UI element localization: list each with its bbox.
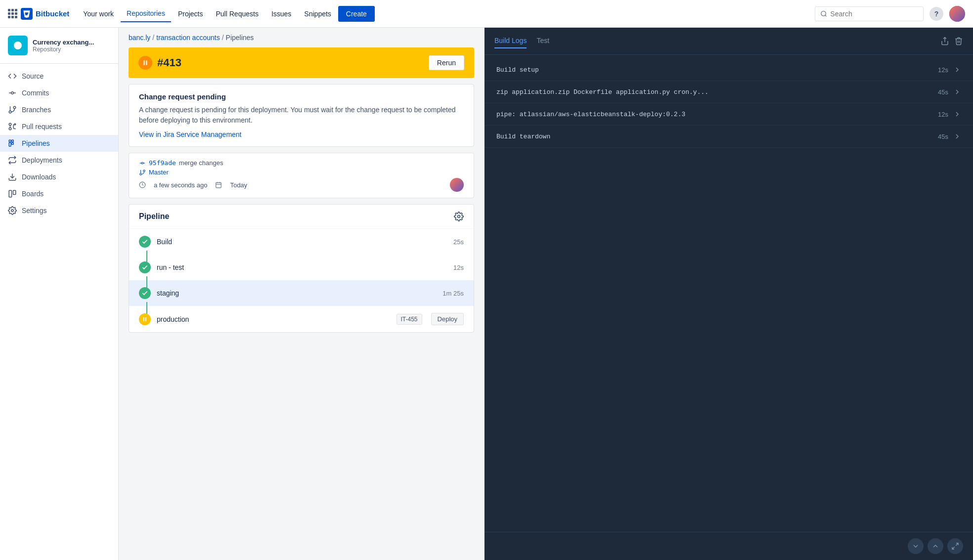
nav-snippets[interactable]: Snippets (298, 6, 337, 22)
sidebar-item-commits[interactable]: Commits (0, 85, 118, 101)
settings-icon (8, 206, 17, 215)
nav-repositories[interactable]: Repositories (121, 5, 171, 22)
tab-build-logs[interactable]: Build Logs (494, 34, 527, 48)
trash-icon[interactable] (954, 37, 963, 45)
sidebar: Currency exchang... Repository Source Co… (0, 28, 119, 560)
svg-point-27 (140, 173, 142, 175)
svg-rect-20 (144, 60, 145, 65)
deploy-button[interactable]: Deploy (431, 313, 464, 325)
search-input[interactable] (830, 10, 918, 18)
sidebar-item-settings[interactable]: Settings (0, 202, 118, 219)
main-content: banc.ly / transaction accounts / Pipelin… (119, 28, 973, 560)
log-entry-duration: 12s (938, 111, 948, 118)
commit-hash[interactable]: 95f9ade (149, 159, 176, 167)
log-entry-name: zip application.zip Dockerfile applicati… (496, 88, 708, 96)
jira-link[interactable]: View in Jira Service Management (139, 130, 242, 138)
nav-issues[interactable]: Issues (265, 6, 297, 22)
change-request-title: Change request pending (139, 92, 464, 101)
app-layout: Currency exchang... Repository Source Co… (0, 28, 973, 560)
log-entry-build-setup[interactable]: Build setup 12s (485, 59, 973, 81)
sidebar-item-downloads[interactable]: Downloads (0, 169, 118, 185)
commit-meta-card: 95f9ade merge changes Master a few secon… (129, 153, 474, 198)
gear-icon[interactable] (454, 212, 464, 221)
grid-icon[interactable] (8, 9, 17, 18)
sidebar-item-boards[interactable]: Boards (0, 185, 118, 202)
search-box[interactable] (815, 6, 924, 21)
log-entry-pipe[interactable]: pipe: atlassian/aws-elasticbeanstalk-dep… (485, 103, 973, 126)
log-entry-name: pipe: atlassian/aws-elasticbeanstalk-dep… (496, 111, 685, 118)
nav-your-work[interactable]: Your work (77, 6, 120, 22)
sidebar-item-pull-requests[interactable]: Pull requests (0, 118, 118, 135)
pipeline-panel: banc.ly / transaction accounts / Pipelin… (119, 28, 485, 560)
commit-branch[interactable]: Master (149, 169, 169, 176)
branches-icon (8, 105, 17, 114)
pipeline-steps-card: Pipeline Build 25s (129, 204, 474, 333)
sidebar-repo: Currency exchang... Repository (0, 28, 118, 64)
svg-point-9 (9, 123, 11, 126)
rerun-button[interactable]: Rerun (429, 55, 464, 70)
svg-rect-29 (216, 182, 221, 188)
log-entry-name: Build setup (496, 66, 539, 74)
step-staging[interactable]: staging 1m 25s (129, 280, 474, 306)
step-build[interactable]: Build 25s (129, 229, 474, 255)
svg-line-1 (825, 15, 827, 16)
breadcrumb-transaction[interactable]: transaction accounts (156, 34, 220, 42)
change-request-description: A change request is pending for this dep… (139, 105, 464, 126)
sidebar-item-pipelines[interactable]: Pipelines (0, 135, 118, 152)
svg-point-3 (11, 92, 14, 94)
scroll-up-button[interactable] (928, 538, 943, 554)
sidebar-item-deployments[interactable]: Deployments (0, 152, 118, 169)
build-log-entries: Build setup 12s zip application.zip Dock… (485, 55, 973, 532)
step-run-test[interactable]: run - test 12s (129, 255, 474, 280)
pipeline-header-card: #413 Rerun (129, 47, 474, 78)
app-name-label: Bitbucket (36, 9, 69, 18)
breadcrumb-pipelines: Pipelines (226, 34, 254, 42)
deployments-icon (8, 156, 17, 165)
step-staging-name: staging (157, 289, 437, 297)
bb-icon (21, 8, 33, 20)
svg-rect-35 (145, 317, 146, 321)
log-entry-zip[interactable]: zip application.zip Dockerfile applicati… (485, 81, 973, 103)
commit-message: merge changes (179, 159, 223, 167)
time-row: a few seconds ago Today (139, 178, 464, 192)
log-entry-teardown[interactable]: Build teardown 45s (485, 126, 973, 148)
sidebar-nav: Source Commits Branches Pull requests Pi… (0, 64, 118, 223)
share-icon[interactable] (940, 37, 949, 45)
commit-row: 95f9ade merge changes (139, 159, 464, 167)
step-check-build (139, 236, 151, 248)
help-button[interactable]: ? (929, 7, 943, 21)
svg-point-7 (13, 106, 16, 109)
downloads-icon (8, 172, 17, 181)
svg-rect-15 (12, 143, 14, 145)
create-button[interactable]: Create (338, 6, 375, 22)
svg-rect-21 (146, 60, 147, 65)
sidebar-source-label: Source (22, 72, 44, 80)
scroll-down-button[interactable] (908, 538, 924, 554)
pipeline-steps-header: Pipeline (129, 205, 474, 229)
step-production-badge: IT-455 (397, 314, 422, 325)
branch-row: Master (139, 169, 464, 176)
svg-point-8 (9, 111, 11, 113)
breadcrumb: banc.ly / transaction accounts / Pipelin… (119, 28, 484, 47)
sidebar-item-source[interactable]: Source (0, 68, 118, 85)
expand-button[interactable] (947, 538, 963, 554)
sidebar-item-branches[interactable]: Branches (0, 101, 118, 118)
svg-point-33 (458, 215, 460, 218)
nav-projects[interactable]: Projects (172, 6, 209, 22)
svg-line-38 (952, 547, 955, 549)
breadcrumb-sep-1: / (152, 34, 154, 42)
nav-pull-requests[interactable]: Pull Requests (210, 6, 265, 22)
log-entry-right: 45s (938, 88, 961, 96)
repo-info: Currency exchang... Repository (33, 39, 94, 53)
log-entry-right: 12s (938, 110, 961, 118)
bitbucket-logo[interactable]: Bitbucket (21, 8, 69, 20)
user-avatar[interactable] (949, 6, 965, 22)
sidebar-pull-requests-label: Pull requests (22, 123, 62, 130)
chevron-up-icon (931, 542, 939, 550)
breadcrumb-banc[interactable]: banc.ly (129, 34, 150, 42)
commit-author-avatar (450, 178, 464, 192)
svg-point-10 (9, 128, 11, 130)
tab-test[interactable]: Test (536, 34, 549, 48)
step-pause-production (139, 313, 151, 325)
step-production[interactable]: production IT-455 Deploy (129, 306, 474, 332)
